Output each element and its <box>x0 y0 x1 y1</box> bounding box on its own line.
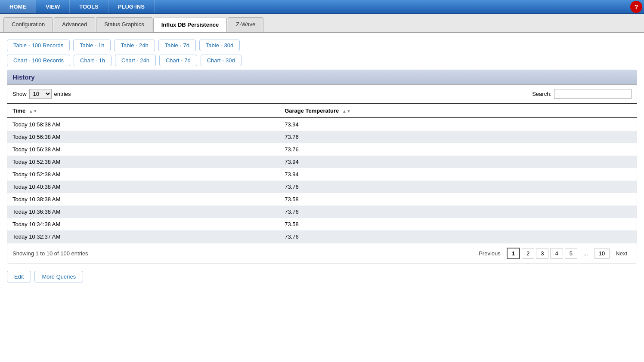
search-input[interactable] <box>554 89 632 99</box>
entries-select[interactable]: 10 25 50 100 <box>29 89 52 99</box>
table-row: Today 10:56:38 AM73.76 <box>7 131 637 143</box>
pagination-row: Showing 1 to 10 of 100 entries Previous … <box>7 243 637 264</box>
table-row: Today 10:56:38 AM73.76 <box>7 143 637 156</box>
cell-time: Today 10:56:38 AM <box>7 143 279 156</box>
tabs-bar: Configuration Advanced Status Graphics I… <box>0 14 644 33</box>
btn-table-100[interactable]: Table - 100 Records <box>7 40 70 51</box>
table-row: Today 10:58:38 AM73.94 <box>7 118 637 131</box>
cell-temperature: 73.94 <box>279 156 637 168</box>
cell-time: Today 10:34:38 AM <box>7 218 279 230</box>
btn-table-7d[interactable]: Table - 7d <box>158 40 196 51</box>
btn-table-30d[interactable]: Table - 30d <box>199 40 240 51</box>
entries-label: entries <box>54 91 71 97</box>
col-time[interactable]: Time ▲▼ <box>7 104 279 118</box>
btn-chart-24h[interactable]: Chart - 24h <box>115 55 156 66</box>
sort-arrows-time: ▲▼ <box>29 109 37 114</box>
chart-buttons-row: Chart - 100 Records Chart - 1h Chart - 2… <box>7 55 637 66</box>
table-row: Today 10:36:38 AM73.76 <box>7 206 637 218</box>
cell-time: Today 10:32:37 AM <box>7 230 279 243</box>
table-header-row: Time ▲▼ Garage Temperature ▲▼ <box>7 104 637 118</box>
pagination-buttons: Previous 1 2 3 4 5 ... 10 Next <box>474 248 632 259</box>
nav-view[interactable]: VIEW <box>36 0 70 13</box>
cell-temperature: 73.94 <box>279 118 637 131</box>
btn-chart-100[interactable]: Chart - 100 Records <box>7 55 70 66</box>
show-entries-control: Show 10 25 50 100 entries <box>12 89 71 99</box>
page-10-button[interactable]: 10 <box>594 248 610 259</box>
cell-time: Today 10:36:38 AM <box>7 206 279 218</box>
table-row: Today 10:32:37 AM73.76 <box>7 230 637 243</box>
tab-configuration[interactable]: Configuration <box>3 17 53 32</box>
cell-temperature: 73.76 <box>279 230 637 243</box>
history-section: History Show 10 25 50 100 entries Search… <box>7 70 637 264</box>
page-5-button[interactable]: 5 <box>565 248 577 259</box>
history-controls: Show 10 25 50 100 entries Search: <box>7 85 637 103</box>
edit-button[interactable]: Edit <box>7 271 31 282</box>
cell-temperature: 73.76 <box>279 206 637 218</box>
table-row: Today 10:52:38 AM73.94 <box>7 156 637 168</box>
search-box: Search: <box>532 89 632 99</box>
sort-arrows-temp: ▲▼ <box>342 109 351 114</box>
cell-time: Today 10:40:38 AM <box>7 181 279 193</box>
nav-plugins[interactable]: PLUG-INS <box>108 0 155 13</box>
main-content: Table - 100 Records Table - 1h Table - 2… <box>0 33 644 289</box>
table-row: Today 10:38:38 AM73.58 <box>7 193 637 206</box>
history-header: History <box>7 70 637 85</box>
nav-home[interactable]: HOME <box>0 0 36 13</box>
cell-temperature: 73.76 <box>279 143 637 156</box>
prev-button[interactable]: Previous <box>474 248 505 258</box>
btn-chart-1h[interactable]: Chart - 1h <box>74 55 111 66</box>
help-icon[interactable]: ? <box>630 1 642 13</box>
ellipsis: ... <box>579 248 592 258</box>
table-row: Today 10:40:38 AM73.76 <box>7 181 637 193</box>
show-label: Show <box>12 91 27 97</box>
top-navigation: HOME VIEW TOOLS PLUG-INS ? <box>0 0 644 14</box>
table-buttons-row: Table - 100 Records Table - 1h Table - 2… <box>7 40 637 51</box>
tab-influx-db-persistence[interactable]: Influx DB Persistence <box>153 18 227 32</box>
tab-advanced[interactable]: Advanced <box>54 17 95 32</box>
btn-chart-30d[interactable]: Chart - 30d <box>201 55 242 66</box>
page-2-button[interactable]: 2 <box>522 248 534 259</box>
cell-time: Today 10:52:38 AM <box>7 156 279 168</box>
more-queries-button[interactable]: More Queries <box>34 271 83 282</box>
table-row: Today 10:34:38 AM73.58 <box>7 218 637 230</box>
cell-time: Today 10:58:38 AM <box>7 118 279 131</box>
btn-table-24h[interactable]: Table - 24h <box>114 40 155 51</box>
cell-time: Today 10:52:38 AM <box>7 168 279 181</box>
search-label: Search: <box>532 91 551 97</box>
pagination-info: Showing 1 to 10 of 100 entries <box>12 250 88 257</box>
page-3-button[interactable]: 3 <box>536 248 548 259</box>
history-table: Time ▲▼ Garage Temperature ▲▼ Today 10:5… <box>7 103 637 243</box>
cell-temperature: 73.76 <box>279 181 637 193</box>
table-row: Today 10:52:38 AM73.94 <box>7 168 637 181</box>
page-4-button[interactable]: 4 <box>550 248 563 259</box>
tab-status-graphics[interactable]: Status Graphics <box>96 17 152 32</box>
next-button[interactable]: Next <box>611 248 632 258</box>
cell-time: Today 10:38:38 AM <box>7 193 279 206</box>
cell-temperature: 73.58 <box>279 193 637 206</box>
btn-chart-7d[interactable]: Chart - 7d <box>159 55 197 66</box>
cell-temperature: 73.94 <box>279 168 637 181</box>
tab-z-wave[interactable]: Z-Wave <box>228 17 263 32</box>
btn-table-1h[interactable]: Table - 1h <box>73 40 111 51</box>
page-1-button[interactable]: 1 <box>507 248 520 259</box>
cell-time: Today 10:56:38 AM <box>7 131 279 143</box>
nav-tools[interactable]: TOOLS <box>70 0 108 13</box>
cell-temperature: 73.76 <box>279 131 637 143</box>
cell-temperature: 73.58 <box>279 218 637 230</box>
bottom-buttons: Edit More Queries <box>7 271 637 282</box>
col-temperature[interactable]: Garage Temperature ▲▼ <box>279 104 637 118</box>
